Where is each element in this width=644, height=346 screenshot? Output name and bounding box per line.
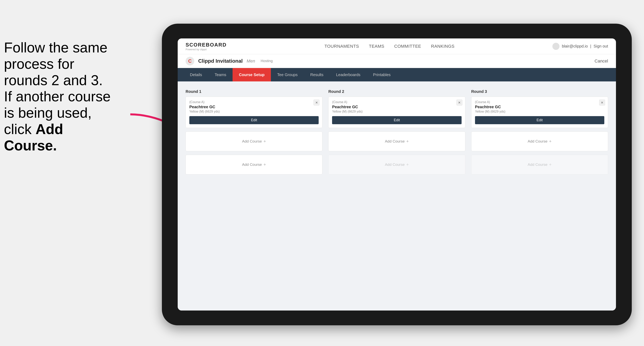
content-area: Round 1 ✕ (Course A) Peachtree GC Yellow… [178,81,616,311]
round-3-plus-icon-1: + [549,139,552,144]
tab-details[interactable]: Details [184,68,208,81]
round-1-add-course-2[interactable]: Add Course + [186,155,322,174]
round-3-course-label: (Course A) [475,100,604,104]
nav-rankings[interactable]: RANKINGS [431,44,454,49]
nav-committee[interactable]: COMMITTEE [394,44,421,49]
round-1-title: Round 1 [186,89,322,94]
tab-teams[interactable]: Teams [208,68,232,81]
tournament-type: Men [246,59,255,64]
instruction-line1: Follow the same [4,40,108,55]
round-1-add-course-label-2: Add Course [242,163,262,167]
user-email: blair@clippd.io [562,44,588,48]
round-2-plus-icon-2: + [406,162,409,167]
tab-printables[interactable]: Printables [367,68,397,81]
round-2-column: Round 2 ✕ (Course A) Peachtree GC Yellow… [328,89,465,178]
round-1-edit-button[interactable]: Edit [189,116,319,124]
separator: | [590,44,591,48]
round-1-plus-icon-2: + [263,162,266,167]
tournament-logo: C [186,57,194,65]
main-nav: TOURNAMENTS TEAMS COMMITTEE RANKINGS [324,44,455,49]
round-2-plus-icon-1: + [406,139,409,144]
instruction-line5: is being used, [4,105,92,121]
round-2-add-course-2: Add Course + [328,155,465,174]
round-3-add-course-1[interactable]: Add Course + [471,132,608,151]
round-3-title: Round 3 [471,89,608,94]
round-1-delete-button[interactable]: ✕ [314,100,320,106]
logo-sub: Powered by clippd [186,48,227,51]
instruction-line2: process for [4,56,74,72]
round-3-column: Round 3 ✕ (Course A) Peachtree GC Yellow… [471,89,608,178]
nav-teams[interactable]: TEAMS [369,44,384,49]
round-2-course-name: Peachtree GC [332,105,462,109]
sub-header: C Clippd Invitational Men Hosting Cancel [178,54,616,68]
round-3-add-course-label-1: Add Course [528,139,548,144]
tab-leaderboards[interactable]: Leaderboards [330,68,366,81]
round-1-column: Round 1 ✕ (Course A) Peachtree GC Yellow… [186,89,322,178]
round-2-edit-button[interactable]: Edit [332,116,462,124]
round-2-course-card: ✕ (Course A) Peachtree GC Yellow (M) (66… [328,97,465,128]
instruction-text: Follow the same process for rounds 2 and… [4,39,118,154]
tablet-screen: SCOREBOARD Powered by clippd TOURNAMENTS… [178,38,616,311]
tab-results[interactable]: Results [304,68,330,81]
round-1-add-course-1[interactable]: Add Course + [186,132,322,151]
user-area: blair@clippd.io | Sign out [552,43,608,50]
round-3-course-name: Peachtree GC [475,105,604,109]
logo: SCOREBOARD Powered by clippd [186,42,227,51]
tab-course-setup[interactable]: Course Setup [232,68,271,81]
round-3-plus-icon-2: + [549,162,552,167]
round-3-delete-button[interactable]: ✕ [599,100,605,106]
instruction-line3: rounds 2 and 3. [4,72,103,88]
nav-tournaments[interactable]: TOURNAMENTS [324,44,359,49]
round-1-add-course-label-1: Add Course [242,139,262,144]
round-1-course-label: (Course A) [189,100,319,104]
top-navigation: SCOREBOARD Powered by clippd TOURNAMENTS… [178,38,616,54]
round-2-course-detail: Yellow (M) (6629 yds) [332,110,462,113]
hosting-badge: Hosting [260,59,273,63]
round-1-plus-icon-1: + [263,139,266,144]
round-2-add-course-1[interactable]: Add Course + [328,132,465,151]
round-2-add-course-label-2: Add Course [385,163,404,167]
round-3-add-course-2: Add Course + [471,155,608,174]
round-3-edit-button[interactable]: Edit [475,116,604,124]
round-2-add-course-label-1: Add Course [385,139,404,144]
logo-text: SCOREBOARD [186,42,227,48]
tablet-device: SCOREBOARD Powered by clippd TOURNAMENTS… [162,24,632,325]
round-2-delete-button[interactable]: ✕ [456,100,462,106]
tournament-info: C Clippd Invitational Men Hosting [186,57,273,65]
round-1-course-detail: Yellow (M) (6629 yds) [189,110,319,113]
user-avatar [552,43,560,50]
instruction-line6-prefix: click [4,121,36,137]
round-2-title: Round 2 [328,89,465,94]
instruction-line4: If another course [4,89,110,104]
round-3-course-detail: Yellow (M) (6629 yds) [475,110,604,113]
logo-area: SCOREBOARD Powered by clippd [186,42,227,51]
rounds-container: Round 1 ✕ (Course A) Peachtree GC Yellow… [186,89,608,178]
sign-out-link[interactable]: Sign out [594,44,608,48]
round-2-course-label: (Course A) [332,100,462,104]
tab-bar: Details Teams Course Setup Tee Groups Re… [178,68,616,81]
tournament-name: Clippd Invitational [198,58,243,64]
tab-tee-groups[interactable]: Tee Groups [271,68,304,81]
round-1-course-name: Peachtree GC [189,105,319,109]
round-1-course-card: ✕ (Course A) Peachtree GC Yellow (M) (66… [186,97,322,128]
cancel-button[interactable]: Cancel [595,59,608,64]
round-3-course-card: ✕ (Course A) Peachtree GC Yellow (M) (66… [471,97,608,128]
round-3-add-course-label-2: Add Course [528,163,548,167]
